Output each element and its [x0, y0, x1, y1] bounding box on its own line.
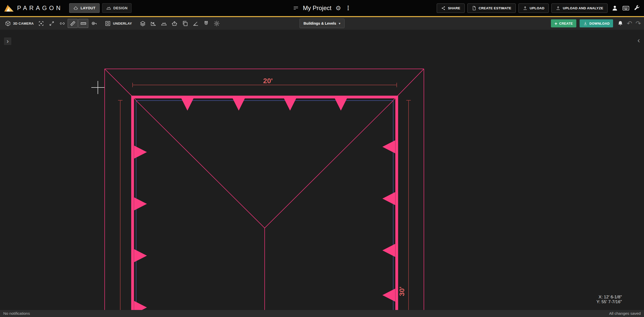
user-avatar[interactable] — [611, 5, 618, 12]
roof-facet-icon — [171, 20, 178, 27]
status-bar: No notifications All changes saved — [0, 310, 644, 317]
underlay-label: UNDERLAY — [113, 22, 132, 25]
brightness-button[interactable] — [212, 18, 222, 29]
download-icon — [583, 21, 588, 26]
wrench-icon — [633, 5, 640, 11]
left-panel-toggle[interactable]: › — [4, 37, 11, 45]
more-options-kebab-icon[interactable]: ⋮ — [345, 5, 351, 11]
coordinate-x: X: 12' 6-1/8" — [599, 295, 622, 299]
design-peaks-icon — [106, 6, 111, 11]
drawing-canvas[interactable]: 20' 30' X: 12' 6-1/8" Y: 55' 7-7/16" — [0, 30, 644, 310]
project-settings-gear-icon[interactable]: ⚙ — [335, 5, 341, 11]
ridge-hip-lines[interactable] — [136, 101, 393, 310]
tab-layout[interactable]: LAYOUT — [69, 3, 99, 13]
dimension-height-label: 30' — [398, 287, 406, 296]
tab-design-label: DESIGN — [113, 6, 128, 10]
upload-button[interactable]: UPLOAD — [518, 4, 549, 13]
right-panel-toggle[interactable]: ‹ — [637, 36, 640, 44]
project-list-icon[interactable] — [293, 5, 299, 11]
magnet-icon — [203, 20, 209, 27]
diagonal-ruler-button[interactable] — [68, 19, 78, 28]
dimension-width-label: 20' — [263, 77, 273, 85]
create-estimate-button[interactable]: CREATE ESTIMATE — [467, 4, 516, 13]
center-focus-icon — [38, 20, 44, 27]
3d-camera-label: 3D CAMERA — [13, 22, 34, 25]
layout-roof-icon — [73, 6, 78, 11]
magnet-snap-button[interactable] — [201, 18, 211, 29]
fit-view-button[interactable] — [47, 18, 57, 29]
download-label: DOWNLOAD — [589, 22, 610, 25]
underlay-button[interactable]: UNDERLAY — [103, 18, 134, 29]
duplicate-button[interactable] — [180, 18, 190, 29]
topbar-right: SHARE CREATE ESTIMATE UPLOAD UPLOAD AND … — [437, 4, 640, 13]
dimension-height: 30' — [398, 100, 411, 310]
tape-measure-button[interactable] — [89, 18, 99, 29]
download-button[interactable]: DOWNLOAD — [580, 19, 613, 27]
top-bar: PARAGON LAYOUT DESIGN My Project ⚙ ⋮ — [0, 0, 644, 16]
coordinate-y: Y: 55' 7-7/16" — [596, 299, 622, 304]
upload-and-analyze-button[interactable]: UPLOAD AND ANALYZE — [551, 4, 608, 13]
notifications-status: No notifications — [3, 311, 30, 316]
share-icon — [441, 6, 446, 11]
dimension-left — [118, 100, 123, 310]
tab-design[interactable]: DESIGN — [102, 3, 132, 13]
center-focus-button[interactable] — [36, 18, 46, 29]
plus-icon: + — [554, 21, 557, 26]
duplicate-icon — [182, 20, 188, 27]
project-title: My Project — [303, 5, 331, 12]
caret-down-icon: ▾ — [339, 21, 340, 25]
cursor-crosshair — [91, 81, 104, 94]
straighten-ruler-button[interactable] — [78, 19, 88, 28]
underlay-icon — [105, 20, 111, 27]
roof-outline[interactable] — [105, 69, 424, 310]
terrain-icon — [161, 20, 167, 27]
keyboard-shortcuts-button[interactable] — [622, 5, 630, 11]
notifications-bell-button[interactable] — [617, 20, 623, 26]
user-avatar-icon — [611, 5, 618, 12]
toolbar-left: 3D CAMERA — [3, 18, 222, 29]
fit-view-icon — [49, 20, 55, 27]
coordinate-readout: X: 12' 6-1/8" Y: 55' 7-7/16" — [596, 295, 622, 304]
slope-arrow-icon — [150, 20, 156, 27]
sun-icon — [214, 20, 220, 27]
3d-camera-button[interactable]: 3D CAMERA — [3, 18, 35, 29]
terrain-button[interactable] — [159, 18, 169, 29]
create-label: CREATE — [559, 22, 573, 25]
upload-label: UPLOAD — [530, 6, 545, 10]
save-status: All changes saved — [609, 311, 641, 316]
bell-icon — [617, 20, 623, 26]
link-icon — [59, 20, 65, 27]
link-button[interactable] — [57, 18, 67, 29]
toolbar: 3D CAMERA — [0, 17, 644, 30]
redo-button[interactable]: ↷ — [635, 20, 641, 27]
roof-facet-button[interactable] — [169, 18, 179, 29]
diagonal-ruler-icon — [70, 20, 76, 27]
mode-tabs: LAYOUT DESIGN — [69, 3, 132, 13]
straighten-ruler-icon — [80, 20, 87, 27]
undo-button[interactable]: ↶ — [627, 20, 632, 27]
tape-measure-icon — [91, 20, 97, 27]
pitch-angle-button[interactable] — [190, 18, 200, 29]
slope-arrow-button[interactable] — [148, 18, 158, 29]
layers-icon — [140, 20, 146, 27]
share-button[interactable]: SHARE — [437, 4, 465, 13]
document-icon — [472, 6, 476, 11]
buildings-levels-dropdown[interactable]: Buildings & Levels ▾ — [300, 19, 345, 28]
canvas-area: 20' 30' X: 12' 6-1/8" Y: 55' 7-7/16" › ‹ — [0, 30, 644, 310]
upload-analyze-icon — [556, 6, 560, 11]
toolbar-right: + CREATE DOWNLOAD ↶ ↷ — [551, 19, 641, 27]
layers-button[interactable] — [138, 18, 148, 29]
create-button[interactable]: + CREATE — [551, 19, 576, 27]
toolbar-center: Buildings & Levels ▾ — [300, 19, 345, 28]
tools-wrench-button[interactable] — [633, 5, 640, 11]
buildings-levels-label: Buildings & Levels — [304, 21, 336, 25]
paragon-logo-icon — [4, 4, 14, 12]
dimension-width: 20' — [133, 77, 397, 87]
brand-name: PARAGON — [17, 5, 63, 12]
cube-3d-icon — [5, 20, 11, 27]
create-estimate-label: CREATE ESTIMATE — [479, 6, 511, 10]
share-label: SHARE — [448, 6, 460, 10]
topbar-left: PARAGON LAYOUT DESIGN — [4, 3, 132, 13]
tab-layout-label: LAYOUT — [80, 6, 95, 10]
topbar-center: My Project ⚙ ⋮ — [293, 5, 351, 12]
